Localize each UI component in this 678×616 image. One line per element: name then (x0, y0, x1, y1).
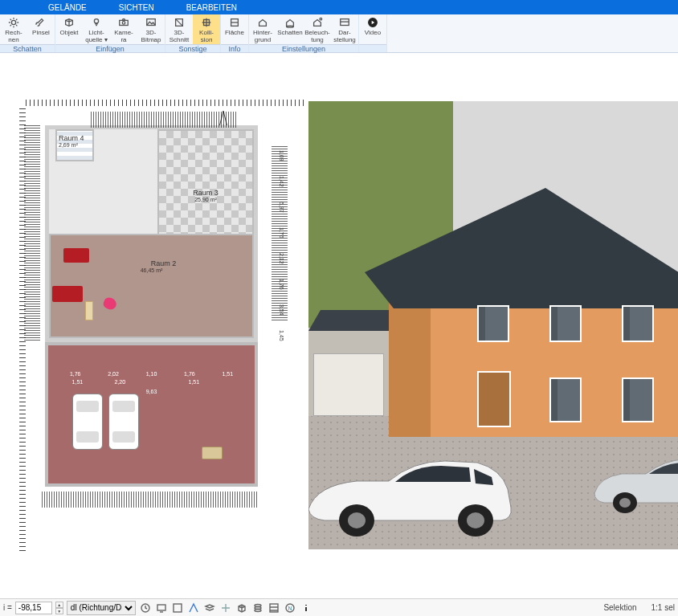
ribbon-cube-button[interactable]: Objekt (55, 14, 83, 44)
dimensions-right: 1,091,426,971,762,121,763,541,45 (260, 150, 284, 306)
ribbon-collision-button[interactable]: Kolli-sion (193, 14, 220, 44)
ribbon-label: Fläche (225, 30, 244, 36)
snap-icon[interactable] (187, 602, 200, 614)
house-bg-icon (255, 16, 270, 29)
ribbon-play-button[interactable]: Video (359, 14, 386, 44)
recent-icon[interactable] (139, 602, 152, 614)
window (622, 377, 654, 422)
grid-icon[interactable] (219, 602, 232, 614)
car-3d[interactable] (590, 445, 678, 517)
section-icon (172, 16, 186, 29)
svg-point-0 (11, 20, 15, 24)
garage-dims-upper: 1,762,021,101,761,51 (56, 371, 247, 377)
ribbon-label: Kolli- (199, 30, 214, 36)
garage-width-dim: 9,63 (146, 389, 157, 394)
status-bar: i = ▲▼ dl (Richtung/Di N Selektion 1:1 s… (0, 598, 678, 616)
play-icon (366, 16, 380, 29)
ribbon-label: quelle ▾ (85, 37, 108, 43)
brush-icon (34, 16, 48, 29)
stack-icon[interactable] (251, 602, 264, 614)
ribbon-sun-calc-button[interactable]: Rech-nen (0, 14, 27, 44)
mountain-icon (144, 16, 158, 29)
hatch-icon[interactable] (268, 602, 280, 614)
ribbon-bulb-button[interactable]: Licht-quelle ▾ (83, 14, 110, 44)
ribbon-label: stellung (333, 37, 356, 43)
north-icon[interactable]: N (284, 602, 296, 614)
ribbon-label: Hinter- (253, 30, 272, 36)
floorplan-2d-view[interactable]: Raum 1 20,11 m² Raum 4 2,69 m² Raum 3 25… (0, 101, 305, 551)
ribbon-group-label: Schatten (0, 44, 55, 52)
ribbon-group: Hinter-grundSchattenBeleuch-tungDar-stel… (249, 14, 359, 52)
house-light-icon (310, 16, 325, 29)
room-raum4[interactable]: Raum 4 2,69 m² (55, 129, 94, 161)
ribbon-label: Dar- (338, 30, 351, 36)
dimension-value: 1,76 (279, 227, 284, 239)
render-3d-view[interactable] (308, 101, 678, 549)
ribbon-area-button[interactable]: Fläche (221, 14, 248, 44)
ribbon-label: Video (365, 30, 381, 36)
ribbon-render-button[interactable]: Dar-stellung (331, 14, 358, 44)
layers-icon[interactable] (203, 602, 216, 614)
dimension-value: 2,02 (108, 371, 119, 377)
dimension-value: 1,10 (146, 371, 157, 377)
coord-stepper[interactable]: ▲▼ (55, 602, 63, 614)
svg-point-14 (467, 512, 484, 528)
room-name: Raum 3 (193, 189, 219, 197)
dimension-value: 1,09 (279, 150, 284, 161)
dimension-value: 2,12 (279, 253, 284, 264)
front-door (477, 371, 511, 427)
tool-icon[interactable] (171, 602, 184, 614)
ribbon-label: Objekt (59, 30, 78, 36)
house-shadow-icon (283, 16, 297, 29)
svg-point-3 (122, 22, 125, 25)
dimension-value: 1,76 (184, 371, 195, 377)
garage-area[interactable]: 1,762,021,101,761,51 1,512,201,51 9,63 (45, 342, 258, 487)
coord-input[interactable] (15, 602, 52, 614)
ribbon-label: 3D- (146, 30, 157, 36)
house-3d[interactable] (389, 188, 678, 437)
coord-label: i = (3, 603, 12, 612)
furniture-bench[interactable] (202, 447, 223, 459)
svg-point-6 (287, 26, 294, 27)
info-icon[interactable] (300, 602, 312, 614)
house-outline[interactable]: Raum 1 20,11 m² Raum 4 2,69 m² Raum 3 25… (45, 125, 258, 342)
svg-rect-21 (174, 604, 182, 612)
cube-icon[interactable] (235, 602, 248, 614)
ribbon-brush-button[interactable]: Pinsel (27, 14, 55, 44)
car-top-view[interactable] (108, 394, 139, 450)
ribbon-group: 3D-SchnittKolli-sionSonstige (165, 14, 221, 52)
svg-point-7 (320, 18, 322, 20)
dimension-value: 2,20 (114, 379, 125, 385)
ribbon-label: Schatten (277, 30, 303, 36)
furniture-sofa[interactable] (52, 286, 83, 302)
ribbon-group: FlächeInfo (221, 14, 249, 52)
screen-icon[interactable] (155, 602, 168, 614)
dimension-value: 1,51 (72, 379, 84, 385)
svg-rect-20 (157, 605, 165, 610)
car-3d[interactable] (308, 445, 517, 541)
vegetation-bottom (40, 492, 257, 508)
ribbon-section-button[interactable]: 3D-Schnitt (165, 14, 193, 44)
dimension-value: 1,45 (279, 330, 284, 341)
ribbon-label: tung (311, 37, 324, 43)
vegetation-left (24, 125, 40, 342)
furniture-sofa[interactable] (63, 248, 89, 263)
room-name: Raum 2 (151, 259, 177, 267)
ribbon-camera-button[interactable]: Kame-ra (110, 14, 137, 44)
menu-sichten[interactable]: SICHTEN (119, 3, 154, 12)
car-top-view[interactable] (72, 394, 103, 450)
dimension-value: 6,97 (279, 202, 284, 213)
house-roof (365, 188, 678, 308)
menu-bearbeiten[interactable]: BEARBEITEN (186, 3, 237, 12)
ribbon-house-shadow-button[interactable]: Schatten (276, 14, 304, 44)
svg-point-24 (255, 609, 261, 611)
room-name: Raum 4 (59, 134, 84, 142)
menu-gelaende[interactable]: GELÄNDE (48, 3, 87, 12)
ribbon-group-label: Sonstige (165, 44, 220, 52)
ribbon-house-light-button[interactable]: Beleuch-tung (304, 14, 331, 44)
furniture-bench[interactable] (85, 301, 93, 320)
direction-dropdown[interactable]: dl (Richtung/Di (67, 601, 136, 615)
ribbon-mountain-button[interactable]: 3D-Bitmap (137, 14, 165, 44)
dimension-value: 1,51 (189, 379, 200, 385)
ribbon-house-bg-button[interactable]: Hinter-grund (249, 14, 276, 44)
